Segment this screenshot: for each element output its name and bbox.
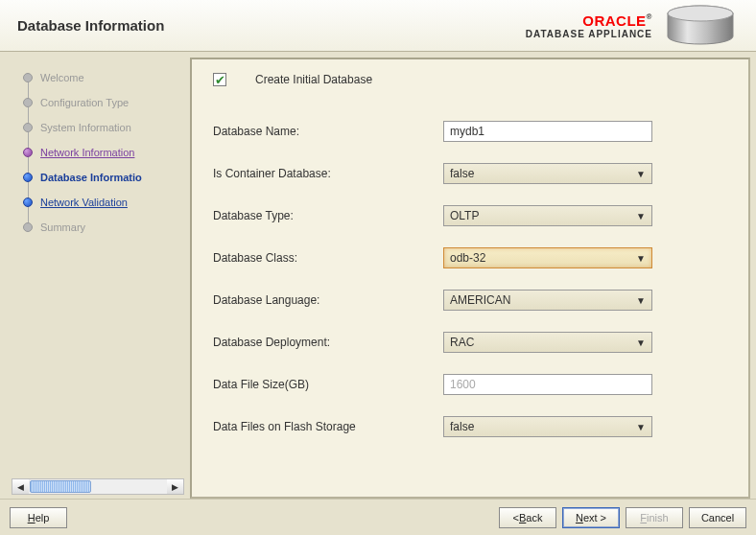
step-dot-icon [23, 173, 33, 182]
header: Database Information ORACLE® DATABASE AP… [0, 0, 756, 52]
footer: Help < Back Next > Finish Cancel [0, 499, 756, 535]
step-dot-icon [23, 148, 33, 157]
step-dot-icon [23, 73, 33, 82]
sidebar: Welcome Configuration Type System Inform… [6, 58, 184, 499]
select-db-language[interactable]: AMERICAN ▼ [443, 290, 652, 311]
chevron-down-icon: ▼ [636, 253, 646, 264]
chevron-down-icon: ▼ [636, 295, 646, 306]
label-db-class: Database Class: [213, 251, 434, 265]
step-dot-icon [23, 198, 33, 207]
step-database-info[interactable]: Database Informatio [6, 165, 184, 190]
step-config-type: Configuration Type [6, 90, 184, 115]
page-title: Database Information [17, 17, 164, 34]
step-network-validation[interactable]: Network Validation [6, 190, 184, 215]
select-value: RAC [450, 336, 474, 349]
step-dot-icon [23, 98, 33, 107]
step-label[interactable]: Network Validation [40, 197, 128, 208]
brand-name: ORACLE® [526, 12, 652, 29]
step-summary: Summary [6, 215, 184, 240]
form-panel: ✔ Create Initial Database Database Name:… [190, 58, 750, 499]
step-label[interactable]: Network Information [40, 147, 134, 158]
step-dot-icon [23, 222, 33, 232]
select-db-deployment[interactable]: RAC ▼ [443, 332, 652, 353]
label-is-container: Is Container Database: [213, 167, 434, 180]
step-label: Summary [40, 221, 85, 233]
chevron-down-icon: ▼ [636, 169, 646, 179]
select-data-on-flash[interactable]: false ▼ [443, 416, 652, 437]
input-db-name[interactable] [443, 121, 652, 142]
svg-point-1 [668, 6, 733, 21]
select-db-class[interactable]: odb-32 ▼ [443, 247, 652, 268]
select-value: OLTP [450, 209, 479, 222]
step-label: Database Informatio [40, 172, 142, 183]
step-network-info[interactable]: Network Information [6, 140, 184, 165]
chevron-down-icon: ▼ [636, 211, 646, 221]
step-label: Welcome [40, 72, 84, 83]
label-db-language: Database Language: [213, 293, 434, 307]
select-value: false [450, 420, 474, 433]
select-db-type[interactable]: OLTP ▼ [443, 205, 652, 226]
label-db-name: Database Name: [213, 125, 434, 138]
step-system-info: System Information [6, 115, 184, 140]
scroll-left-icon[interactable]: ◀ [12, 479, 29, 494]
database-cylinder-icon [662, 5, 739, 47]
input-data-file-size [443, 374, 652, 395]
back-button[interactable]: < Back [499, 507, 556, 528]
main-area: Welcome Configuration Type System Inform… [0, 52, 756, 499]
step-label: Configuration Type [40, 97, 129, 108]
chevron-down-icon: ▼ [636, 422, 646, 432]
label-db-type: Database Type: [213, 209, 434, 222]
step-label: System Information [40, 122, 131, 133]
chevron-down-icon: ▼ [636, 337, 646, 348]
select-value: AMERICAN [450, 293, 510, 307]
select-value: false [450, 167, 474, 180]
label-data-file-size: Data File Size(GB) [213, 378, 434, 391]
create-initial-db-checkbox[interactable]: ✔ [213, 73, 226, 86]
finish-button: Finish [626, 507, 683, 528]
brand-subtitle: DATABASE APPLIANCE [526, 29, 652, 39]
select-is-container[interactable]: false ▼ [443, 163, 652, 184]
cancel-button[interactable]: Cancel [689, 507, 746, 528]
sidebar-scrollbar[interactable]: ◀ ▶ [12, 478, 184, 495]
step-dot-icon [23, 123, 33, 132]
help-button[interactable]: Help [10, 507, 67, 528]
scroll-thumb[interactable] [30, 480, 91, 493]
create-initial-db-label: Create Initial Database [255, 73, 372, 86]
label-db-deployment: Database Deployment: [213, 336, 434, 349]
select-value: odb-32 [450, 251, 485, 265]
logo-area: ORACLE® DATABASE APPLIANCE [526, 5, 739, 47]
next-button[interactable]: Next > [562, 507, 620, 528]
step-welcome: Welcome [6, 65, 184, 90]
label-data-on-flash: Data Files on Flash Storage [213, 420, 434, 433]
scroll-right-icon[interactable]: ▶ [167, 479, 183, 494]
